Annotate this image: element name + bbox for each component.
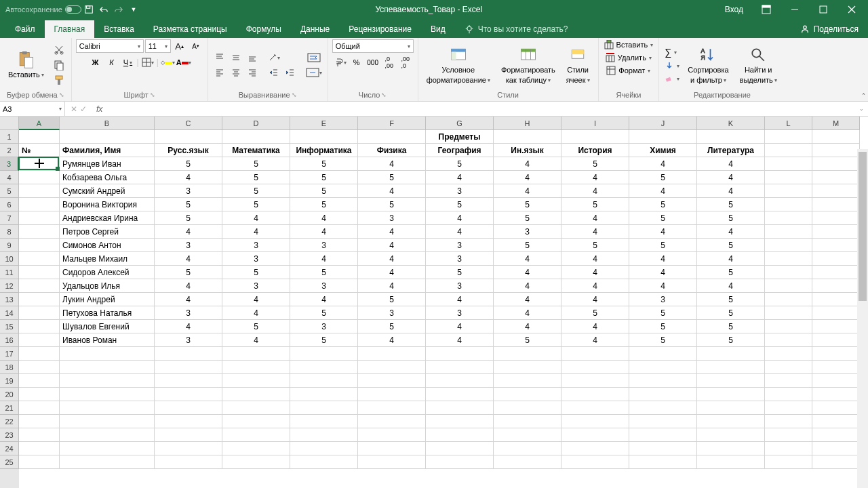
align-top-icon[interactable] xyxy=(212,51,227,64)
increase-decimal-icon[interactable]: ,0,00 xyxy=(382,56,397,69)
svg-rect-66 xyxy=(572,50,584,54)
bold-button[interactable]: Ж xyxy=(88,56,103,69)
title-bar: Автосохранение ▼ Успеваемость_Товар - Ex… xyxy=(0,0,868,19)
format-as-table-button[interactable]: Форматироватькак таблицу▾ xyxy=(497,41,559,89)
increase-indent-icon[interactable] xyxy=(283,66,298,79)
group-number: Общий▾ ▾ % 000 ,0,00 ,00,0 Число ⤡ xyxy=(328,38,418,101)
svg-rect-70 xyxy=(607,40,611,43)
tab-layout[interactable]: Разметка страницы xyxy=(144,20,237,38)
grow-font-icon[interactable]: A▴ xyxy=(172,39,187,53)
ribbon-options-icon[interactable] xyxy=(753,0,780,19)
svg-rect-60 xyxy=(451,52,456,59)
font-name-combo[interactable]: Calibri▾ xyxy=(76,39,144,53)
find-select-button[interactable]: Найти ивыделить▾ xyxy=(736,41,781,89)
font-color-button[interactable]: А▾ xyxy=(176,56,191,69)
save-icon[interactable] xyxy=(81,2,96,17)
underline-button[interactable]: Ч▾ xyxy=(121,56,136,69)
login-button[interactable]: Вход xyxy=(717,5,751,14)
row-headers[interactable]: 1234567891011121314151617181920212223242… xyxy=(0,130,19,488)
vertical-scrollbar[interactable] xyxy=(857,149,868,488)
tab-view[interactable]: Вид xyxy=(421,20,455,38)
clear-button[interactable]: ▾ xyxy=(663,73,681,84)
cancel-formula-icon[interactable]: ✕ xyxy=(71,104,77,114)
undo-icon[interactable] xyxy=(96,2,111,17)
column-headers[interactable]: ABCDEFGHIJKLM xyxy=(19,117,860,130)
italic-button[interactable]: К xyxy=(104,56,119,69)
svg-rect-1 xyxy=(86,6,90,9)
autosave-label: Автосохранение xyxy=(5,5,62,14)
conditional-formatting-button[interactable]: Условноеформатирование▾ xyxy=(422,41,494,89)
svg-point-13 xyxy=(804,26,806,28)
svg-point-81 xyxy=(752,49,760,57)
align-bottom-icon[interactable] xyxy=(245,51,260,64)
qat-customize-icon[interactable]: ▼ xyxy=(126,2,141,17)
fx-icon[interactable]: fx xyxy=(92,104,106,114)
paste-button[interactable]: Вставить▾ xyxy=(4,41,48,89)
align-left-icon[interactable] xyxy=(212,66,227,79)
wrap-text-icon[interactable] xyxy=(304,51,323,64)
enter-formula-icon[interactable]: ✓ xyxy=(80,104,87,114)
font-size-combo[interactable]: 11▾ xyxy=(145,39,171,53)
insert-cells-button[interactable]: Вставить▾ xyxy=(603,39,655,50)
number-format-combo[interactable]: Общий▾ xyxy=(332,39,414,53)
collapse-ribbon-icon[interactable]: ˄ xyxy=(862,92,865,100)
launcher-icon[interactable]: ⤡ xyxy=(150,92,155,98)
autosum-button[interactable]: ∑▾ xyxy=(663,46,681,58)
minimize-icon[interactable] xyxy=(781,0,808,19)
align-center-icon[interactable] xyxy=(229,66,243,79)
name-box[interactable]: A3▾ xyxy=(0,102,65,116)
delete-cells-button[interactable]: Удалить▾ xyxy=(604,52,653,63)
font-group-label: Шрифт xyxy=(124,91,149,99)
expand-formula-icon[interactable]: ⌄ xyxy=(855,106,868,112)
percent-icon[interactable]: % xyxy=(349,56,364,69)
number-group-label: Число xyxy=(359,91,380,99)
redo-icon[interactable] xyxy=(111,2,126,17)
tab-file[interactable]: Файл xyxy=(5,20,45,38)
grid-body[interactable]: Предметы№Фамилия, ИмяРусс.языкМатематика… xyxy=(19,130,868,488)
cut-icon[interactable] xyxy=(51,43,67,57)
svg-line-82 xyxy=(760,56,764,61)
svg-rect-23 xyxy=(56,76,62,79)
close-icon[interactable] xyxy=(838,0,865,19)
fill-button[interactable]: ▾ xyxy=(663,60,681,71)
share-button[interactable]: Поделиться xyxy=(791,20,868,38)
align-middle-icon[interactable] xyxy=(229,51,243,64)
svg-rect-15 xyxy=(22,52,27,54)
copy-icon[interactable] xyxy=(51,58,67,72)
group-alignment: ▾ ▾ Выравнивание ⤡ xyxy=(208,38,328,101)
tab-formulas[interactable]: Формулы xyxy=(237,20,291,38)
svg-rect-67 xyxy=(605,43,613,49)
decrease-decimal-icon[interactable]: ,00,0 xyxy=(398,56,413,69)
fill-color-button[interactable]: ▾ xyxy=(160,56,175,69)
svg-rect-78 xyxy=(666,77,671,82)
format-cells-button[interactable]: Формат▾ xyxy=(605,65,652,76)
svg-rect-71 xyxy=(606,56,614,62)
maximize-icon[interactable] xyxy=(810,0,837,19)
svg-rect-22 xyxy=(57,63,63,70)
sort-filter-button[interactable]: АЯ Сортировкаи фильтр▾ xyxy=(684,41,732,89)
format-painter-icon[interactable] xyxy=(51,73,67,87)
tell-me[interactable]: Что вы хотите сделать? xyxy=(455,20,578,38)
align-right-icon[interactable] xyxy=(245,66,260,79)
launcher-icon[interactable]: ⤡ xyxy=(59,92,64,98)
tab-review[interactable]: Рецензирование xyxy=(339,20,421,38)
svg-rect-16 xyxy=(25,58,33,68)
shrink-font-icon[interactable]: A▾ xyxy=(189,39,203,53)
currency-icon[interactable]: ▾ xyxy=(333,56,348,69)
group-styles: Условноеформатирование▾ Форматироватькак… xyxy=(418,38,599,101)
clipboard-group-label: Буфер обмена xyxy=(7,91,58,99)
decrease-indent-icon[interactable] xyxy=(267,66,281,79)
tab-home[interactable]: Главная xyxy=(45,20,95,38)
tell-me-label: Что вы хотите сделать? xyxy=(478,24,568,34)
tab-insert[interactable]: Вставка xyxy=(94,20,144,38)
tab-data[interactable]: Данные xyxy=(291,20,339,38)
orientation-icon[interactable]: ▾ xyxy=(267,51,281,64)
cell-styles-button[interactable]: Стилиячеек▾ xyxy=(562,41,594,89)
svg-text:Я: Я xyxy=(701,54,705,61)
autosave-toggle[interactable]: Автосохранение xyxy=(5,5,81,14)
merge-cells-icon[interactable]: ▾ xyxy=(304,66,323,79)
border-button[interactable]: ▾ xyxy=(140,56,155,69)
comma-icon[interactable]: 000 xyxy=(366,56,380,69)
select-all-corner[interactable] xyxy=(0,117,19,130)
share-label: Поделиться xyxy=(814,24,859,34)
